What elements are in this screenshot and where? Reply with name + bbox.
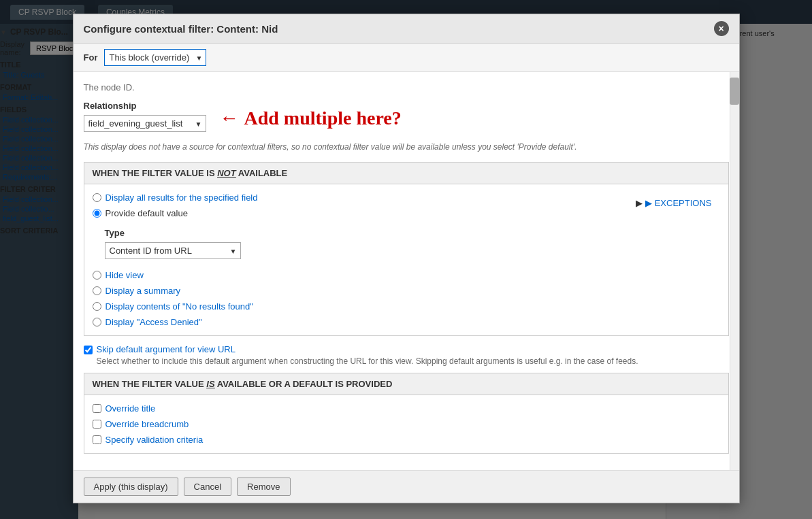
relationship-label: Relationship <box>84 101 206 111</box>
node-id-text: The node ID. <box>84 82 729 93</box>
radio-display-all-input[interactable] <box>93 193 101 202</box>
radio-display-summary-label: Display a summary <box>105 286 181 296</box>
exceptions-link[interactable]: ▶ EXCEPTIONS <box>645 198 711 208</box>
scrollbar-thumb[interactable] <box>730 78 739 105</box>
relationship-select-wrapper[interactable]: field_evening_guest_list <box>84 115 206 132</box>
section1-header: WHEN THE FILTER VALUE IS NOT AVAILABLE <box>84 163 728 184</box>
annotation-arrow: ← <box>220 107 239 129</box>
skip-checkbox-row: Skip default argument for view URL Selec… <box>84 344 729 366</box>
scrollbar-track[interactable] <box>730 72 739 470</box>
remove-button[interactable]: Remove <box>237 478 290 496</box>
checkbox-override-title[interactable]: Override title <box>93 403 720 414</box>
annotation-container: ← Add multiple here? <box>220 107 402 129</box>
checkbox-specify-validation[interactable]: Specify validation criteria <box>93 435 720 445</box>
skip-label: Skip default argument for view URL <box>97 344 638 354</box>
checkbox-group: Override title Override breadcrumb Speci… <box>84 395 728 453</box>
specify-validation-label: Specify validation criteria <box>105 435 204 445</box>
radio-display-all-label: Display all results for the specified fi… <box>105 192 258 203</box>
warning-text: This display does not have a source for … <box>84 142 729 152</box>
for-select[interactable]: This block (override) All displays <box>104 49 206 66</box>
radio-provide-default[interactable]: Provide default value <box>93 208 258 218</box>
checkbox-override-breadcrumb[interactable]: Override breadcrumb <box>93 419 720 429</box>
modal-title: Configure contextual filter: Content: Ni… <box>84 23 278 35</box>
radio-access-denied-input[interactable] <box>93 318 101 327</box>
radio-display-summary[interactable]: Display a summary <box>93 286 258 296</box>
type-select-wrapper[interactable]: Content ID from URL Fixed value PHP Code… <box>105 242 241 259</box>
section2-title: WHEN THE FILTER VALUE IS AVAILABLE OR A … <box>93 379 393 389</box>
skip-text-container: Skip default argument for view URL Selec… <box>97 344 638 366</box>
radio-hide-view[interactable]: Hide view <box>93 270 258 280</box>
section1-title: WHEN THE FILTER VALUE IS NOT AVAILABLE <box>93 168 288 178</box>
skip-desc: Select whether to include this default a… <box>97 356 638 366</box>
radio-access-denied-label: Display "Access Denied" <box>105 317 202 327</box>
radio-no-results-input[interactable] <box>93 302 101 311</box>
radio-hide-view-label: Hide view <box>105 270 144 280</box>
section2-header: WHEN THE FILTER VALUE IS AVAILABLE OR A … <box>84 373 728 395</box>
modal-close-button[interactable]: × <box>714 21 729 36</box>
section-not-available: WHEN THE FILTER VALUE IS NOT AVAILABLE D… <box>84 162 729 336</box>
modal-dialog: Configure contextual filter: Content: Ni… <box>73 14 740 503</box>
provide-default-section: Type Content ID from URL Fixed value PHP… <box>105 228 258 265</box>
radio-no-results[interactable]: Display contents of "No results found" <box>93 301 258 312</box>
override-title-checkbox[interactable] <box>93 404 101 413</box>
modal-footer: Apply (this display) Cancel Remove <box>74 470 739 503</box>
override-breadcrumb-checkbox[interactable] <box>93 420 101 429</box>
type-label: Type <box>105 228 258 238</box>
for-label: For <box>84 52 98 63</box>
specify-validation-checkbox[interactable] <box>93 435 101 444</box>
relationship-select[interactable]: field_evening_guest_list <box>84 115 206 132</box>
for-select-wrapper[interactable]: This block (override) All displays <box>104 49 206 66</box>
modal-body: The node ID. Relationship field_evening_… <box>74 72 739 470</box>
exceptions-arrow-icon: ▶ <box>636 198 643 208</box>
cancel-button[interactable]: Cancel <box>184 478 231 496</box>
radio-provide-default-label: Provide default value <box>105 208 188 218</box>
override-breadcrumb-label: Override breadcrumb <box>105 419 189 429</box>
section1-body: Display all results for the specified fi… <box>84 184 728 335</box>
relationship-section: Relationship field_evening_guest_list ← … <box>84 101 729 132</box>
section-available: WHEN THE FILTER VALUE IS AVAILABLE OR A … <box>84 373 729 454</box>
relationship-left: Relationship field_evening_guest_list <box>84 101 206 132</box>
exceptions-container: ▶ ▶ EXCEPTIONS <box>628 192 719 214</box>
override-title-label: Override title <box>105 403 156 414</box>
radio-hide-view-input[interactable] <box>93 271 101 280</box>
radio-group-1: Display all results for the specified fi… <box>93 192 258 327</box>
radio-display-all[interactable]: Display all results for the specified fi… <box>93 192 258 203</box>
type-select[interactable]: Content ID from URL Fixed value PHP Code… <box>105 242 241 259</box>
radio-no-results-label: Display contents of "No results found" <box>105 301 253 312</box>
apply-button[interactable]: Apply (this display) <box>84 478 178 496</box>
radio-display-summary-input[interactable] <box>93 286 101 295</box>
radio-provide-default-input[interactable] <box>93 209 101 218</box>
radio-access-denied[interactable]: Display "Access Denied" <box>93 317 258 327</box>
modal-header: Configure contextual filter: Content: Ni… <box>74 14 739 44</box>
skip-checkbox[interactable] <box>84 346 93 354</box>
modal-overlay: Configure contextual filter: Content: Ni… <box>0 0 812 519</box>
modal-for-row: For This block (override) All displays <box>74 44 739 72</box>
annotation-text: Add multiple here? <box>244 107 402 129</box>
